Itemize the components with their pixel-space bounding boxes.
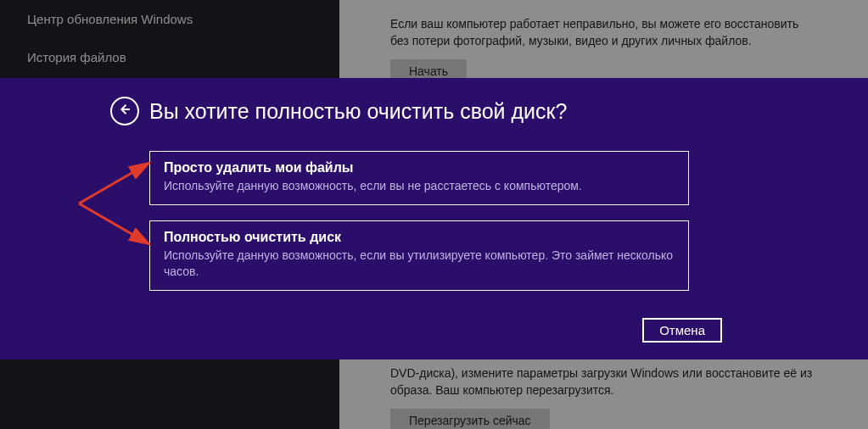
clean-drive-dialog: Вы хотите полностью очистить свой диск? … bbox=[0, 78, 868, 359]
app-root: Центр обновления Windows История файлов … bbox=[0, 0, 868, 429]
cancel-button[interactable]: Отмена bbox=[642, 318, 722, 343]
option-description: Используйте данную возможность, если вы … bbox=[164, 248, 675, 280]
sidebar-item-file-history[interactable]: История файлов bbox=[0, 38, 339, 76]
option-title: Полностью очистить диск bbox=[164, 230, 675, 245]
option-just-remove-files[interactable]: Просто удалить мои файлы Используйте дан… bbox=[149, 151, 689, 205]
back-arrow-icon bbox=[117, 102, 132, 120]
refresh-pc-description: Если ваш компьютер работает неправильно,… bbox=[339, 0, 868, 59]
dialog-title: Вы хотите полностью очистить свой диск? bbox=[149, 99, 567, 124]
dialog-header: Вы хотите полностью очистить свой диск? bbox=[110, 97, 567, 125]
restart-now-button[interactable]: Перезагрузить сейчас bbox=[390, 409, 550, 429]
dialog-options: Просто удалить мои файлы Используйте дан… bbox=[149, 151, 689, 306]
advanced-startup-description: DVD-диска), измените параметры загрузки … bbox=[339, 365, 868, 409]
option-fully-clean-drive[interactable]: Полностью очистить диск Используйте данн… bbox=[149, 220, 689, 291]
sidebar-item-windows-update[interactable]: Центр обновления Windows bbox=[0, 0, 339, 38]
option-title: Просто удалить мои файлы bbox=[164, 160, 675, 176]
back-button[interactable] bbox=[110, 97, 139, 125]
option-description: Используйте данную возможность, если вы … bbox=[164, 178, 675, 194]
